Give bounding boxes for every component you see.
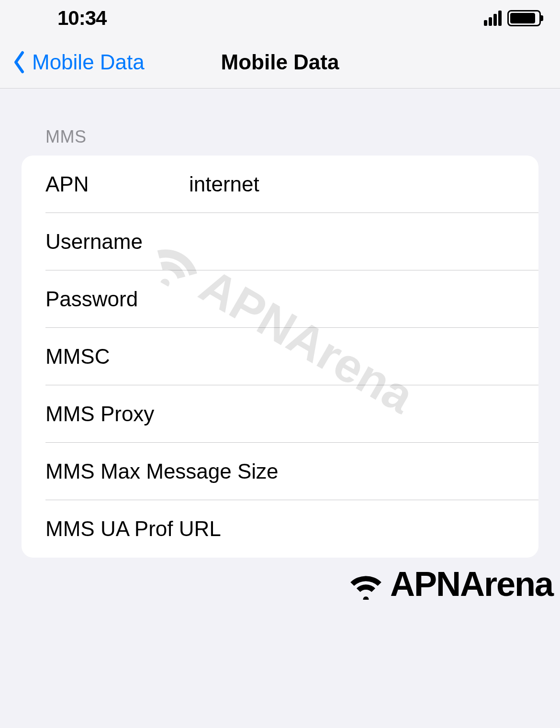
status-time: 10:34: [57, 7, 106, 30]
mms-proxy-label: MMS Proxy: [45, 402, 189, 426]
mmsc-row[interactable]: MMSC: [22, 328, 538, 385]
password-row[interactable]: Password: [22, 270, 538, 328]
password-label: Password: [45, 287, 189, 311]
username-label: Username: [45, 230, 189, 254]
mms-proxy-input[interactable]: [189, 402, 515, 426]
watermark-bottom: APNArena: [346, 564, 553, 604]
section-header-mms: MMS: [22, 127, 538, 147]
page-title: Mobile Data: [221, 50, 339, 74]
password-input[interactable]: [189, 287, 515, 311]
status-bar: 10:34: [0, 0, 560, 36]
content-area: MMS APN Username Password MMSC MMS Proxy…: [0, 89, 560, 558]
back-button-label: Mobile Data: [32, 50, 145, 74]
settings-group-mms: APN Username Password MMSC MMS Proxy MMS…: [22, 156, 538, 558]
mmsc-label: MMSC: [45, 345, 189, 369]
apn-label: APN: [45, 172, 189, 196]
apn-row[interactable]: APN: [22, 156, 538, 213]
status-icons: [484, 10, 541, 26]
username-row[interactable]: Username: [22, 213, 538, 270]
mms-max-size-row[interactable]: MMS Max Message Size: [22, 443, 538, 500]
apn-input[interactable]: [189, 172, 515, 196]
mms-ua-prof-label: MMS UA Prof URL: [45, 517, 221, 541]
watermark-text: APNArena: [390, 564, 553, 604]
mms-proxy-row[interactable]: MMS Proxy: [22, 385, 538, 443]
battery-icon: [507, 10, 541, 26]
mms-max-size-label: MMS Max Message Size: [45, 459, 279, 483]
back-button[interactable]: Mobile Data: [0, 50, 145, 74]
cellular-signal-icon: [484, 11, 502, 26]
wifi-icon: [346, 567, 386, 601]
mms-ua-prof-row[interactable]: MMS UA Prof URL: [22, 500, 538, 558]
username-input[interactable]: [189, 230, 515, 254]
chevron-back-icon: [12, 50, 26, 74]
navigation-bar: Mobile Data Mobile Data: [0, 36, 560, 89]
mmsc-input[interactable]: [189, 345, 515, 369]
